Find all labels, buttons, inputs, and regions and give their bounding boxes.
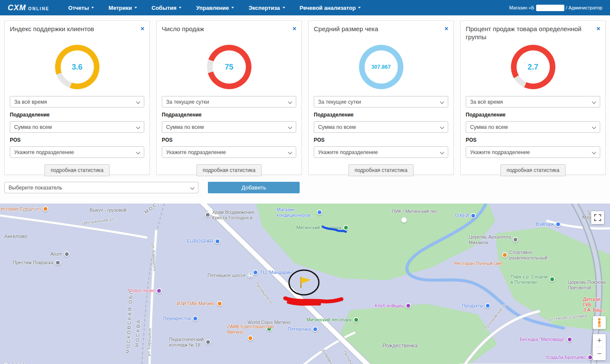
map-label[interactable]: Церковь Архангела Михаила: [469, 234, 518, 245]
zoom-out-button[interactable]: −: [593, 347, 606, 360]
division-select[interactable]: Сумма по всем: [466, 121, 600, 133]
map-label[interactable]: Пятницкое шоссеМ: [207, 273, 253, 278]
pos-select[interactable]: Укажите подразделение: [10, 146, 144, 158]
details-button[interactable]: подробная статистика: [348, 164, 414, 176]
nav-item-speech-analyzer[interactable]: Речевой анализатор: [300, 5, 361, 11]
poi-icon[interactable]: [502, 252, 508, 258]
map-label[interactable]: ПИК / Митинский лес: [392, 209, 438, 214]
pos-label: POS: [466, 137, 600, 143]
nav-item-events[interactable]: События: [152, 5, 181, 11]
close-icon[interactable]: ×: [444, 25, 448, 41]
map-label[interactable]: О'КЕЙ: [455, 213, 476, 218]
nav-item-expertise[interactable]: Экспертиза: [248, 5, 285, 11]
map-label[interactable]: Выкуп - грузовой…: [90, 207, 131, 213]
poi-icon[interactable]: [312, 326, 318, 332]
map-label[interactable]: EUROSPAR: [187, 239, 220, 244]
poi-icon[interactable]: [485, 303, 490, 309]
poi-icon[interactable]: [555, 221, 561, 227]
map-label[interactable]: ZAMES ресторан-бар Митино: [227, 324, 274, 341]
map-label[interactable]: Митинский лесопарк: [296, 225, 349, 230]
map-label: Рождественка: [382, 343, 417, 349]
map-label[interactable]: Храм Воздвижения Креста Господня в…: [205, 210, 257, 220]
map-label-text: Церковь Покрова Пресвятой…: [568, 280, 606, 290]
details-button[interactable]: подробная статистика: [500, 164, 566, 176]
poi-icon[interactable]: [253, 270, 258, 275]
map-label[interactable]: [400, 217, 407, 223]
nav-item-management[interactable]: Управление: [196, 5, 234, 11]
chevron-down-icon: [136, 100, 140, 104]
poi-icon[interactable]: [513, 237, 518, 242]
poi-icon[interactable]: [353, 317, 359, 323]
division-select[interactable]: Сумма по всем: [162, 121, 296, 133]
poi-icon[interactable]: [317, 210, 322, 215]
map-label[interactable]: Ресторан Лунный свет: [454, 261, 503, 266]
poi-icon[interactable]: [64, 251, 70, 257]
map-label[interactable]: Продукты: [462, 303, 490, 309]
add-button[interactable]: Добавить: [208, 182, 300, 193]
map-label[interactable]: Клуб яойщиц: [375, 303, 411, 309]
map-label[interactable]: Парк у р. Сходни в Путилково: [511, 274, 555, 285]
close-icon[interactable]: ×: [140, 25, 144, 41]
poi-icon[interactable]: [406, 303, 411, 309]
division-select[interactable]: Сумма по всем: [10, 121, 144, 133]
poi-icon[interactable]: [55, 260, 61, 265]
map-label[interactable]: Усадьба Братцево: [546, 355, 593, 360]
map-label[interactable]: Пятерочка: [288, 326, 318, 332]
map-label[interactable]: Перекресток: [163, 316, 198, 321]
map-label[interactable]: Престиж Покраска: [13, 260, 61, 265]
map-label[interactable]: Вэйпарк: [536, 221, 561, 227]
pos-select[interactable]: Укажите подразделение: [466, 146, 600, 158]
period-select[interactable]: За всё время: [466, 96, 600, 108]
close-icon[interactable]: ×: [596, 25, 600, 41]
poi-icon[interactable]: [343, 225, 349, 230]
map-label[interactable]: ИЗИ ПАБ Митино: [177, 301, 222, 306]
map-label-text: Ангелово: [4, 233, 27, 239]
map-label[interactable]: Митинский лесопарк: [306, 317, 359, 323]
google-logo: Google: [3, 361, 27, 364]
poi-icon[interactable]: [193, 316, 198, 321]
pegman-button[interactable]: [593, 316, 606, 329]
period-select[interactable]: За всё время: [10, 96, 144, 108]
period-select[interactable]: За текущие сутки: [162, 96, 296, 108]
poi-icon[interactable]: [217, 301, 222, 306]
pos-select[interactable]: Укажите подразделение: [314, 146, 448, 158]
poi-icon[interactable]: [205, 212, 210, 218]
poi-icon[interactable]: [587, 355, 593, 360]
poi-icon[interactable]: [156, 288, 162, 294]
map[interactable]: есторан Сорренто…ьная ул.Выкуп - грузово…: [0, 204, 610, 364]
details-button[interactable]: подробная статистика: [44, 164, 110, 176]
indicator-select[interactable]: Выберите показатель: [4, 182, 198, 193]
brand-logo[interactable]: CXM online: [8, 3, 50, 12]
map-label[interactable]: Детская ГКБ З.А. Баш…: [583, 297, 610, 313]
poi-icon[interactable]: [215, 239, 220, 244]
map-label-text: Ресторан Лунный свет: [454, 261, 503, 266]
poi-icon[interactable]: [470, 213, 476, 218]
close-icon[interactable]: ×: [292, 25, 296, 41]
map-label[interactable]: Беседка "Миловида": [520, 337, 572, 342]
card-title: Индекс поддержки клиентов: [10, 25, 98, 41]
map-label[interactable]: ТЦ "Мандарин": [253, 270, 293, 275]
map-label[interactable]: Alium: [50, 251, 70, 257]
pos-select[interactable]: Укажите подразделение: [162, 146, 296, 158]
map-label[interactable]: Магазин кондиционеров…: [277, 207, 322, 218]
map-label[interactable]: Церковь Покрова Пресвятой…: [568, 280, 606, 290]
user-menu[interactable]: Магазин «Б / Администратор: [509, 5, 602, 11]
poi-icon[interactable]: [549, 277, 555, 282]
map-label[interactable]: Спортивно развлекательный…: [502, 250, 552, 260]
poi-icon[interactable]: [401, 217, 407, 223]
nav-item-reports[interactable]: Отчеты: [68, 5, 94, 11]
period-select[interactable]: За текущие сутки: [314, 96, 448, 108]
details-button[interactable]: подробная статистика: [196, 164, 262, 176]
chevron-down-icon: [136, 150, 140, 154]
poi-icon[interactable]: М: [248, 273, 253, 278]
poi-icon[interactable]: [567, 337, 572, 342]
nav-item-metrics[interactable]: Метрики: [108, 5, 137, 11]
poi-icon[interactable]: [205, 339, 211, 345]
division-select[interactable]: Сумма по всем: [314, 121, 448, 133]
poi-icon[interactable]: [43, 206, 48, 212]
map-label[interactable]: Педагогический колледж № 18: [169, 337, 211, 347]
zoom-in-button[interactable]: +: [593, 334, 606, 347]
card-title: Процент продаж товара определенной групп…: [466, 25, 596, 41]
fullscreen-button[interactable]: [591, 211, 604, 224]
poi-icon[interactable]: [248, 335, 253, 341]
